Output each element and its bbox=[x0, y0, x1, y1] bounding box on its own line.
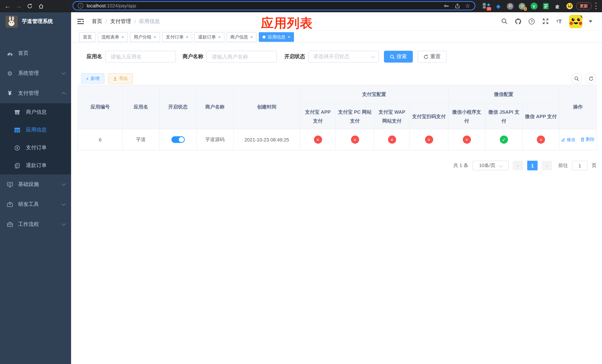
current-page-button[interactable]: 1 bbox=[527, 161, 538, 170]
app-title: 芋道管理系统 bbox=[22, 18, 53, 25]
chevron-down-icon bbox=[62, 222, 66, 226]
main-area: 应用列表 首页 / 支付管理 / 应用信息 ? bbox=[71, 12, 602, 364]
document-copy-icon bbox=[14, 163, 20, 168]
browser-home-icon[interactable] bbox=[36, 1, 45, 11]
col-status: 开启状态 bbox=[159, 85, 196, 129]
sidebar-item-pay-orders[interactable]: ¥ 支付订单 bbox=[0, 139, 71, 157]
cell-actions: 修改 删除 bbox=[559, 129, 597, 150]
bookmark-star-icon[interactable]: ☆ bbox=[465, 2, 470, 9]
browser-forward-icon[interactable]: → bbox=[14, 1, 23, 11]
config-status-icon: ✓ bbox=[500, 136, 508, 144]
fullscreen-icon[interactable] bbox=[542, 18, 549, 25]
browser-menu-icon[interactable] bbox=[595, 3, 596, 9]
table-grid-icon bbox=[14, 128, 20, 132]
sidebar-item-dev-tools[interactable]: 研发工具 bbox=[0, 194, 71, 214]
page-unit-label: 页 bbox=[592, 162, 596, 169]
sidebar-item-system[interactable]: ⚙ 系统管理 bbox=[0, 63, 71, 83]
address-bar[interactable]: i localhost:1024/pay/app ☆ bbox=[73, 1, 475, 10]
tab-app-info[interactable]: 应用信息× bbox=[259, 32, 294, 42]
delete-row-button[interactable]: 删除 bbox=[580, 137, 595, 143]
tab-process-form[interactable]: 流程表单× bbox=[98, 32, 128, 42]
cell-alipay-pc: × bbox=[336, 129, 374, 150]
github-icon[interactable] bbox=[514, 18, 522, 25]
config-status-icon: × bbox=[425, 136, 433, 144]
reset-button[interactable]: 重置 bbox=[418, 51, 447, 63]
edit-pen-icon bbox=[561, 138, 565, 142]
app-name-input[interactable] bbox=[105, 51, 176, 63]
tab-user-group[interactable]: 用户分组× bbox=[130, 32, 160, 42]
sidebar-item-payment[interactable]: ¥ 支付管理 bbox=[0, 83, 71, 103]
sidebar-item-merchant-info[interactable]: 商户信息 bbox=[0, 103, 71, 121]
app-name-input-field[interactable] bbox=[110, 53, 171, 60]
cell-wechat-jsapi: ✓ bbox=[485, 129, 523, 150]
sidebar-item-home[interactable]: 首页 bbox=[0, 43, 71, 63]
status-select[interactable]: 请选择开启状态 bbox=[308, 51, 379, 63]
user-menu-caret-icon[interactable] bbox=[589, 20, 592, 22]
sidebar-item-infrastructure[interactable]: 基础设施 bbox=[0, 174, 71, 194]
browser-back-icon[interactable]: ← bbox=[3, 1, 12, 11]
emoji-extension-icon[interactable] bbox=[565, 2, 573, 11]
command-extension-icon[interactable]: ⌘ bbox=[506, 2, 514, 11]
active-tab-dot bbox=[262, 36, 266, 39]
browser-reload-icon[interactable] bbox=[25, 1, 34, 11]
close-tab-icon[interactable]: × bbox=[250, 35, 253, 39]
goto-page-input[interactable] bbox=[572, 161, 588, 170]
show-search-toggle-button[interactable] bbox=[571, 73, 582, 84]
collapse-sidebar-icon[interactable] bbox=[77, 18, 85, 25]
edit-row-button[interactable]: 修改 bbox=[561, 137, 575, 143]
app-logo-row[interactable]: 芋道管理系统 bbox=[0, 12, 71, 31]
close-tab-icon[interactable]: × bbox=[186, 35, 188, 39]
close-tab-icon[interactable]: × bbox=[154, 35, 156, 39]
url-text[interactable]: localhost:1024/pay/app bbox=[87, 3, 136, 9]
refresh-table-button[interactable] bbox=[585, 73, 596, 84]
tab-pay-orders[interactable]: 支付订单× bbox=[162, 32, 192, 42]
breadcrumb-home[interactable]: 首页 bbox=[92, 18, 102, 25]
tampermonkey-extension-icon[interactable]: ◆ 10 bbox=[483, 2, 491, 11]
password-key-icon[interactable] bbox=[443, 3, 449, 9]
col-alipay-app: 支付宝 APP 支付 bbox=[300, 104, 336, 129]
prev-page-button[interactable]: ‹ bbox=[513, 161, 523, 170]
merchant-name-input-field[interactable] bbox=[211, 53, 272, 60]
search-button[interactable]: 搜索 bbox=[384, 51, 413, 63]
screen: ← → i localhost:1024/pay/app ☆ bbox=[0, 0, 602, 364]
v-extension-icon[interactable]: V bbox=[530, 2, 538, 11]
close-tab-icon[interactable]: × bbox=[121, 35, 124, 39]
sidebar-item-workflow[interactable]: 工作流程 bbox=[0, 214, 71, 234]
browser-update-button[interactable]: 更新 bbox=[576, 2, 592, 10]
recorder-extension-icon[interactable]: 1 bbox=[518, 2, 526, 11]
user-avatar[interactable] bbox=[569, 15, 582, 28]
col-wechat-jsapi: 微信 JSAPI 支付 bbox=[485, 104, 523, 129]
notes-extension-icon[interactable] bbox=[542, 2, 550, 11]
tab-merchant-info[interactable]: 商户信息× bbox=[226, 32, 257, 42]
close-tab-icon[interactable]: × bbox=[288, 35, 290, 39]
extensions-strip: ◆ 10 ◆ ⌘ 1 V bbox=[483, 0, 573, 12]
site-info-icon[interactable]: i bbox=[78, 3, 83, 9]
page-size-select[interactable]: 10条/页 bbox=[473, 161, 509, 170]
search-icon[interactable] bbox=[501, 18, 508, 25]
tab-home[interactable]: 首页 bbox=[79, 32, 96, 42]
next-page-button[interactable]: › bbox=[542, 161, 552, 170]
breadcrumb-separator: / bbox=[106, 18, 107, 24]
tab-refund-orders[interactable]: 退款订单× bbox=[194, 32, 224, 42]
sidebar-item-app-info[interactable]: 应用信息 bbox=[0, 121, 71, 139]
breadcrumb-current: 应用信息 bbox=[139, 18, 160, 25]
breadcrumb-payment[interactable]: 支付管理 bbox=[110, 18, 131, 25]
app-table: 应用编号 应用名 开启状态 商户名称 创建时间 支付宝配置 微信配置 操作 支付… bbox=[78, 85, 597, 150]
dashboard-icon bbox=[7, 51, 13, 56]
status-toggle[interactable] bbox=[171, 136, 184, 143]
font-size-icon[interactable]: TT bbox=[555, 18, 563, 25]
export-button[interactable]: 导出 bbox=[108, 73, 133, 84]
cell-merchant: 芋道源码 bbox=[196, 129, 233, 150]
chevron-down-icon bbox=[62, 182, 66, 186]
briefcase-icon bbox=[7, 222, 13, 227]
merchant-name-input[interactable] bbox=[206, 51, 277, 63]
svg-text:?: ? bbox=[531, 19, 533, 23]
add-button[interactable]: + 新增 bbox=[81, 73, 104, 84]
sidebar-item-refund-orders[interactable]: 退款订单 bbox=[0, 157, 71, 174]
help-icon[interactable]: ? bbox=[528, 18, 535, 25]
kite-extension-icon[interactable]: ◆ bbox=[494, 2, 502, 11]
extension-badge: 10 bbox=[486, 7, 491, 11]
share-icon[interactable] bbox=[454, 3, 460, 9]
puzzle-extension-icon[interactable] bbox=[553, 2, 562, 11]
close-tab-icon[interactable]: × bbox=[218, 35, 221, 39]
